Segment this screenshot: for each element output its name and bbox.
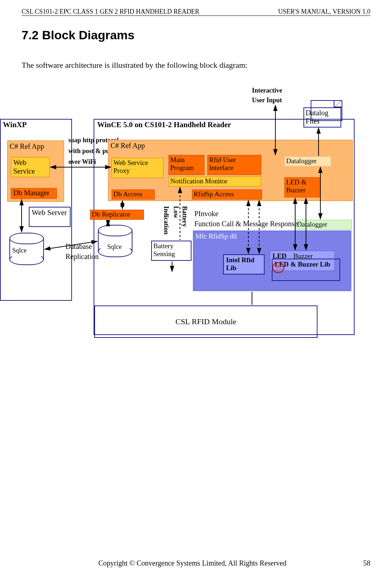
- batt-low-l1: Battery: [181, 206, 188, 227]
- page-number: 58: [363, 559, 370, 567]
- battery-sensing-box: Battery Sensing: [151, 241, 192, 261]
- web-proxy-box: Web Service Proxy: [112, 158, 163, 178]
- pinvoke-label: PInvoke: [194, 210, 218, 218]
- interactive-label-2: User Input: [252, 95, 282, 105]
- datalogger-box: Datalogger: [284, 156, 331, 166]
- soap-l3: over WiFi: [68, 158, 96, 166]
- db-repl-l1: Database: [66, 241, 99, 251]
- notification-box: Notification Monitor: [168, 177, 261, 187]
- sqlce-right-label: Sqlce: [107, 243, 132, 251]
- batt-low-l3: Indication: [162, 206, 170, 235]
- doc-header-right: USER'S MANUAL, VERSION 1.0: [278, 8, 370, 15]
- highlight-oval-icon: [272, 262, 284, 273]
- sqlce-right-db-icon: [98, 225, 132, 257]
- rfidsp-box: RfidSp Access: [192, 189, 262, 200]
- led-buzzer-box: LED & Buzzer: [284, 177, 320, 197]
- section-title: 7.2 Block Diagrams: [22, 28, 135, 42]
- wince-title: WinCE 5.0 on CS101-2 Handheld Reader: [94, 120, 354, 130]
- doc-header-left: CSL CS101-2 EPC CLASS 1 GEN 2 RFID HANDH…: [22, 8, 199, 15]
- web-service-box: Web Service: [11, 157, 50, 177]
- csharp-right-label: C# Ref App: [111, 142, 145, 150]
- function-call-label: Function Call & Message Response: [194, 220, 298, 228]
- datalogger2-box: Datalogger: [295, 220, 352, 230]
- sqlce-left-label: Sqlce: [12, 247, 45, 254]
- db-repl-l2: Replication: [66, 251, 99, 262]
- winxp-title: WinXP: [1, 120, 71, 130]
- block-diagram: Interactive User Input Datalog Files Win…: [0, 83, 392, 346]
- web-server-box: Web Server: [29, 207, 71, 227]
- intro-text: The software architecture is illustrated…: [22, 61, 247, 70]
- db-replicator-box: Db Replicator: [90, 210, 144, 220]
- db-access-box: Db Access: [112, 189, 155, 200]
- footer-copyright: Copyright © Convergence Systems Limited,…: [98, 559, 287, 567]
- intel-rfid-lib-box: Intel Rfid Lib: [223, 254, 265, 274]
- csl-module-box: CSL RFID Module: [94, 305, 317, 338]
- interactive-label-1: Interactive: [252, 86, 282, 95]
- batt-low-l2: Low: [172, 206, 180, 218]
- db-manager-box: Db Manager: [11, 188, 57, 199]
- rfid-ui-box: Rfid User Interface: [207, 155, 261, 175]
- main-program-box: Main Program: [168, 155, 204, 175]
